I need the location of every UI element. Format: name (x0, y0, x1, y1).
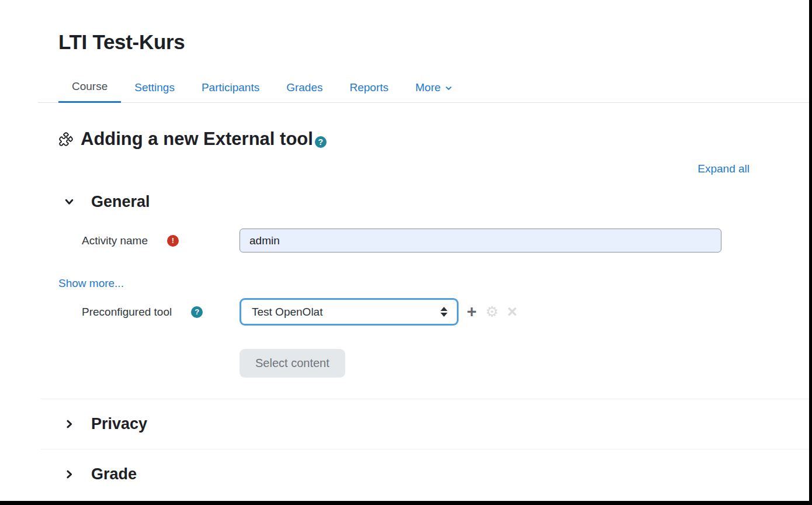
course-nav-tabs: Course Settings Participants Grades Repo… (58, 71, 809, 102)
section-grade-header[interactable]: Grade (64, 465, 809, 483)
page-content: LTI Test-Kurs Course Settings Participan… (0, 30, 812, 483)
activity-name-input[interactable] (240, 229, 721, 252)
preconfigured-tool-select[interactable]: Test OpenOlat (240, 298, 459, 326)
section-privacy-title: Privacy (91, 415, 147, 433)
preconfigured-tool-label-col: Preconfigured tool ? (38, 306, 240, 319)
section-grade-wrap: Grade (38, 449, 809, 483)
help-icon[interactable]: ? (191, 306, 203, 318)
show-more-row: Show more... (58, 277, 809, 290)
tab-reports[interactable]: Reports (336, 71, 402, 103)
chevron-right-icon (64, 469, 74, 479)
form-heading: Adding a new External tool ? (58, 129, 809, 150)
activity-name-row: Activity name ! (38, 229, 809, 252)
tab-grades[interactable]: Grades (273, 71, 336, 103)
tab-participants[interactable]: Participants (188, 71, 273, 103)
tab-settings-label: Settings (134, 81, 175, 94)
course-title: LTI Test-Kurs (58, 30, 809, 54)
tab-participants-label: Participants (202, 81, 259, 94)
add-tool-icon[interactable]: + (467, 303, 477, 320)
help-icon[interactable]: ? (315, 136, 327, 148)
select-content-button[interactable]: Select content (240, 349, 345, 378)
required-icon: ! (167, 235, 179, 247)
section-grade-title: Grade (91, 465, 137, 483)
chevron-down-icon (445, 85, 452, 92)
chevron-down-icon (64, 197, 74, 207)
course-nav-tabbar: Course Settings Participants Grades Repo… (38, 71, 809, 103)
activity-name-label-col: Activity name ! (38, 234, 240, 247)
delete-tool-icon: × (507, 303, 517, 320)
section-divider (41, 449, 809, 449)
tab-settings[interactable]: Settings (121, 71, 188, 103)
section-general-title: General (91, 193, 150, 211)
preconfigured-tool-selected-option: Test OpenOlat (252, 306, 322, 319)
section-divider (41, 399, 809, 399)
activity-name-label: Activity name (82, 234, 148, 247)
show-more-link[interactable]: Show more... (58, 277, 124, 289)
window-frame-right (809, 0, 812, 505)
preconfigured-tool-row: Preconfigured tool ? Test OpenOlat + ⚙ × (38, 298, 809, 326)
tab-course-label: Course (72, 80, 107, 93)
tab-course[interactable]: Course (58, 71, 121, 103)
tab-more-label: More (415, 81, 440, 94)
window-frame-bottom (0, 501, 812, 505)
preconfigured-tool-label: Preconfigured tool (82, 306, 172, 319)
edit-tool-gear-icon: ⚙ (485, 305, 498, 319)
select-updown-arrows-icon (440, 307, 447, 317)
section-privacy-header[interactable]: Privacy (64, 415, 809, 433)
form-heading-text: Adding a new External tool (81, 129, 313, 150)
expand-all-row: Expand all (38, 162, 809, 175)
section-general-header[interactable]: General (64, 193, 809, 211)
tool-action-icons: + ⚙ × (467, 303, 517, 320)
puzzle-piece-icon (58, 132, 74, 147)
tab-more[interactable]: More (402, 71, 466, 103)
tab-grades-label: Grades (286, 81, 322, 94)
chevron-right-icon (64, 419, 74, 429)
tab-reports-label: Reports (350, 81, 389, 94)
expand-all-link[interactable]: Expand all (698, 162, 749, 175)
